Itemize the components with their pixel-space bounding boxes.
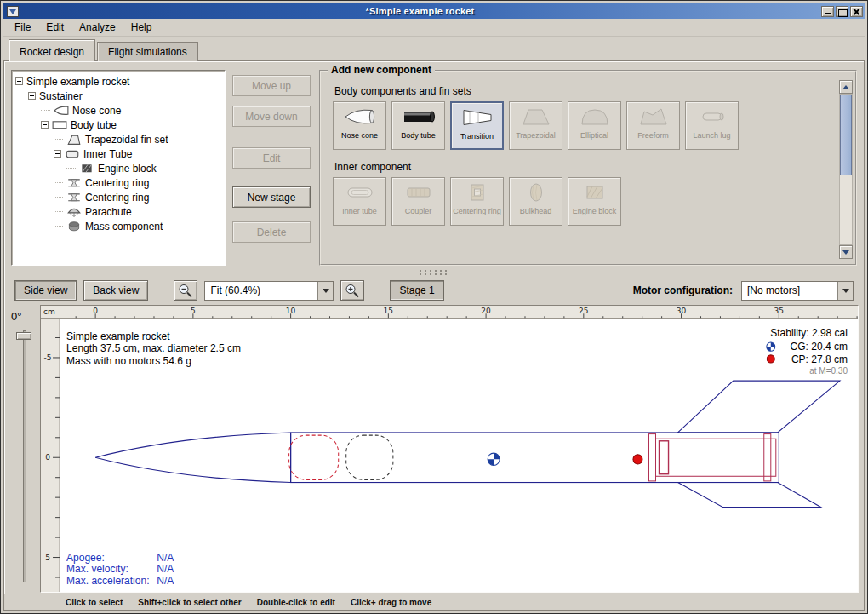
add-elliptical-fin-button[interactable]: Elliptical <box>568 101 621 150</box>
rotation-control: 0° <box>4 305 40 593</box>
app-window: *Simple example rocket File Edit Analyze… <box>0 0 868 614</box>
launch-lug-icon <box>695 102 729 131</box>
window-title: *Simple example rocket <box>19 6 821 16</box>
menu-file[interactable]: File <box>7 20 38 35</box>
rocket-view-canvas[interactable]: cm 0 5 10 15 20 25 30 35 -5 0 5 <box>40 305 859 593</box>
add-transition-button[interactable]: Transition <box>450 101 504 150</box>
add-body-tube-button[interactable]: Body tube <box>391 101 445 150</box>
zoom-select[interactable]: Fit (60.4%) <box>204 281 334 301</box>
menu-help[interactable]: Help <box>123 20 160 35</box>
tabstrip: Rocket design Flight simulations <box>3 37 865 60</box>
titlebar[interactable]: *Simple example rocket <box>3 3 865 19</box>
tree-item-centering-ring-1[interactable]: Centering ring <box>12 175 225 190</box>
menu-analyze[interactable]: Analyze <box>71 20 123 35</box>
collapse-toggle-icon[interactable] <box>28 92 36 100</box>
parachute-icon <box>66 206 82 217</box>
centering-ring-icon <box>66 177 82 188</box>
rotation-slider-handle[interactable] <box>16 332 31 340</box>
add-freeform-fin-button[interactable]: Freeform <box>626 101 680 150</box>
parachute-outline <box>289 435 339 479</box>
chevron-down-icon[interactable] <box>837 282 853 300</box>
back-view-button[interactable]: Back view <box>83 280 148 301</box>
transition-icon <box>460 103 494 132</box>
add-launch-lug-button[interactable]: Launch lug <box>685 101 739 150</box>
stage-1-toggle[interactable]: Stage 1 <box>390 280 443 301</box>
max-acceleration-value: N/A <box>157 575 174 587</box>
collapse-toggle-icon[interactable] <box>54 150 61 158</box>
zoom-out-icon <box>177 283 194 298</box>
new-stage-button[interactable]: New stage <box>232 186 311 208</box>
tree-item-mass-component[interactable]: Mass component <box>12 219 225 233</box>
mach-condition-label: at M=0.30 <box>809 366 848 376</box>
body-tube-icon <box>402 102 436 131</box>
svg-text:5: 5 <box>45 554 50 562</box>
component-panel-scrollbar[interactable] <box>839 80 853 259</box>
tree-item-centering-ring-2[interactable]: Centering ring <box>12 190 225 204</box>
svg-text:20: 20 <box>481 307 491 315</box>
add-trapezoidal-fin-button[interactable]: Trapezoidal <box>509 101 562 150</box>
svg-text:30: 30 <box>677 307 687 315</box>
add-nose-cone-button[interactable]: Nose cone <box>333 101 386 150</box>
inner-tube-icon <box>343 178 377 207</box>
engine-block-icon <box>79 163 94 174</box>
engine-block-icon <box>578 178 612 207</box>
rocket-mass-label: Mass with no motors 54.6 g <box>66 355 191 367</box>
fin-set-icon <box>66 134 82 145</box>
add-bulkhead-button[interactable]: Bulkhead <box>509 177 562 226</box>
tab-rocket-design[interactable]: Rocket design <box>9 39 95 61</box>
splitter-grip-icon <box>418 269 450 275</box>
rocket-name-label: Simple example rocket <box>66 330 170 342</box>
motor-configuration-label: Motor configuration: <box>633 284 733 296</box>
scroll-up-icon[interactable] <box>839 80 853 94</box>
nose-cone-icon <box>54 105 69 116</box>
move-up-button[interactable]: Move up <box>232 75 311 96</box>
rotation-value: 0° <box>11 310 21 323</box>
scrollbar-thumb[interactable] <box>840 95 852 175</box>
svg-text:15: 15 <box>384 307 393 315</box>
close-icon[interactable] <box>850 6 863 17</box>
tree-item-body-tube[interactable]: Body tube <box>12 118 225 132</box>
tree-item-simple-example-rocket[interactable]: Simple example rocket <box>12 74 225 89</box>
cg-value: CG: 20.4 cm <box>791 341 848 353</box>
edit-button[interactable]: Edit <box>232 147 311 169</box>
tab-flight-simulations[interactable]: Flight simulations <box>97 42 198 61</box>
centering-ring-icon <box>66 192 82 203</box>
maximize-icon[interactable] <box>836 6 848 17</box>
mass-component-icon <box>66 221 82 232</box>
minimize-icon[interactable] <box>821 6 834 17</box>
menu-edit[interactable]: Edit <box>38 20 71 35</box>
scrollbar-track[interactable] <box>839 94 853 245</box>
group-title: Add new component <box>328 64 435 76</box>
collapse-toggle-icon[interactable] <box>41 121 49 129</box>
zoom-in-button[interactable] <box>340 280 364 301</box>
elliptical-fin-icon <box>578 102 612 131</box>
chevron-down-icon[interactable] <box>317 282 333 300</box>
tree-item-engine-block[interactable]: Engine block <box>12 161 225 175</box>
svg-text:35: 35 <box>774 307 784 315</box>
max-velocity-label: Max. velocity: <box>66 563 128 575</box>
zoom-out-button[interactable] <box>174 280 197 301</box>
add-engine-block-button[interactable]: Engine block <box>568 177 621 226</box>
add-coupler-button[interactable]: Coupler <box>391 177 445 226</box>
svg-text:5: 5 <box>191 307 196 315</box>
motor-configuration-select[interactable]: [No motors] <box>741 281 854 301</box>
add-inner-tube-button[interactable]: Inner tube <box>333 177 386 226</box>
tree-item-sustainer[interactable]: Sustainer <box>12 89 225 103</box>
add-centering-ring-button[interactable]: Centering ring <box>450 177 504 226</box>
panel-splitter[interactable] <box>4 267 864 276</box>
tree-item-parachute[interactable]: Parachute <box>12 204 225 219</box>
tree-item-inner-tube[interactable]: Inner Tube <box>12 146 225 161</box>
rotation-slider-track[interactable] <box>23 330 26 582</box>
nose-cone-icon <box>343 102 377 131</box>
tree-item-trapezoidal-fin-set[interactable]: Trapezoidal fin set <box>12 132 225 146</box>
collapse-toggle-icon[interactable] <box>15 77 23 85</box>
menubar: File Edit Analyze Help <box>3 19 865 37</box>
tree-item-nose-cone[interactable]: Nose cone <box>12 103 225 118</box>
side-view-button[interactable]: Side view <box>14 280 77 301</box>
mass-component-outline <box>346 435 393 479</box>
scroll-down-icon[interactable] <box>839 245 853 259</box>
move-down-button[interactable]: Move down <box>232 106 311 127</box>
delete-button[interactable]: Delete <box>232 221 311 243</box>
cp-value: CP: 27.8 cm <box>791 353 848 364</box>
component-tree[interactable]: Simple example rocket Sustainer Nose con… <box>11 70 226 266</box>
